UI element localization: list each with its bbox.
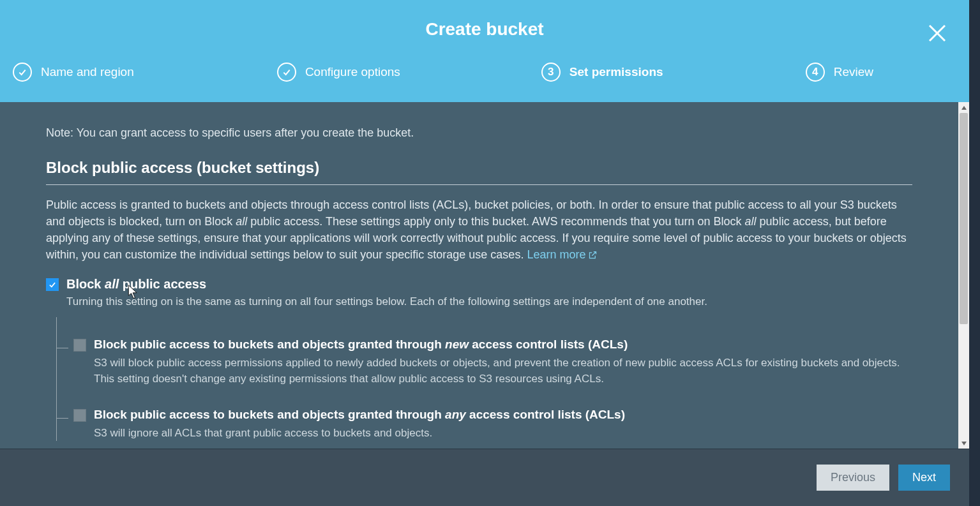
section-description: Public access is granted to buckets and …: [46, 197, 912, 263]
scroll-up-arrow-icon[interactable]: [958, 102, 969, 113]
step-label: Review: [834, 65, 873, 79]
sub-settings-tree: Block public access to buckets and objec…: [56, 317, 912, 441]
step-name-and-region[interactable]: Name and region: [13, 63, 277, 82]
svg-marker-2: [961, 106, 967, 110]
note-text: Note: You can grant access to specific u…: [46, 126, 912, 140]
close-button[interactable]: [926, 22, 949, 45]
external-link-icon: [588, 250, 598, 260]
block-all-public-access-row: Block all public access: [46, 277, 912, 292]
wizard-steps: Name and region Configure options 3 Set …: [0, 63, 969, 82]
block-new-acls-item: Block public access to buckets and objec…: [57, 317, 912, 387]
block-new-acls-checkbox[interactable]: [73, 339, 86, 352]
modal-footer: Previous Next: [0, 449, 969, 506]
section-title: Block public access (bucket settings): [46, 159, 912, 177]
step-label: Name and region: [41, 65, 134, 79]
divider: [46, 184, 912, 185]
close-icon: [926, 22, 949, 45]
block-any-acls-item: Block public access to buckets and objec…: [57, 387, 912, 442]
checkmark-icon: [48, 280, 57, 289]
step-configure-options[interactable]: Configure options: [277, 63, 541, 82]
step-set-permissions[interactable]: 3 Set permissions: [541, 63, 806, 82]
scroll-down-arrow-icon[interactable]: [958, 438, 969, 449]
modal-title: Create bucket: [0, 0, 969, 40]
modal-body: Note: You can grant access to specific u…: [0, 102, 958, 449]
learn-more-link[interactable]: Learn more: [527, 246, 598, 263]
block-all-public-access-label: Block all public access: [66, 277, 206, 292]
previous-button[interactable]: Previous: [817, 465, 889, 491]
block-all-public-access-checkbox[interactable]: [46, 278, 59, 291]
block-any-acls-checkbox[interactable]: [73, 409, 86, 422]
block-all-helper-text: Turning this setting on is the same as t…: [66, 295, 912, 308]
step-label: Set permissions: [569, 65, 663, 79]
create-bucket-modal: Create bucket Name and region Configure …: [0, 0, 969, 506]
step-number-icon: 3: [541, 63, 561, 82]
modal-header: Create bucket Name and region Configure …: [0, 0, 969, 102]
scrollbar-track[interactable]: [958, 113, 969, 438]
step-number-icon: 4: [806, 63, 825, 82]
block-new-acls-helper: S3 will block public access permissions …: [94, 355, 912, 387]
step-label: Configure options: [305, 65, 400, 79]
scrollbar-thumb[interactable]: [960, 113, 968, 324]
next-button[interactable]: Next: [898, 465, 950, 491]
check-icon: [277, 63, 296, 82]
block-any-acls-label: Block public access to buckets and objec…: [94, 408, 625, 422]
block-new-acls-label: Block public access to buckets and objec…: [94, 338, 628, 352]
block-any-acls-helper: S3 will ignore all ACLs that grant publi…: [94, 426, 912, 442]
step-review[interactable]: 4 Review: [806, 63, 873, 82]
vertical-scrollbar[interactable]: [958, 102, 969, 449]
svg-marker-3: [961, 442, 967, 445]
check-icon: [13, 63, 32, 82]
